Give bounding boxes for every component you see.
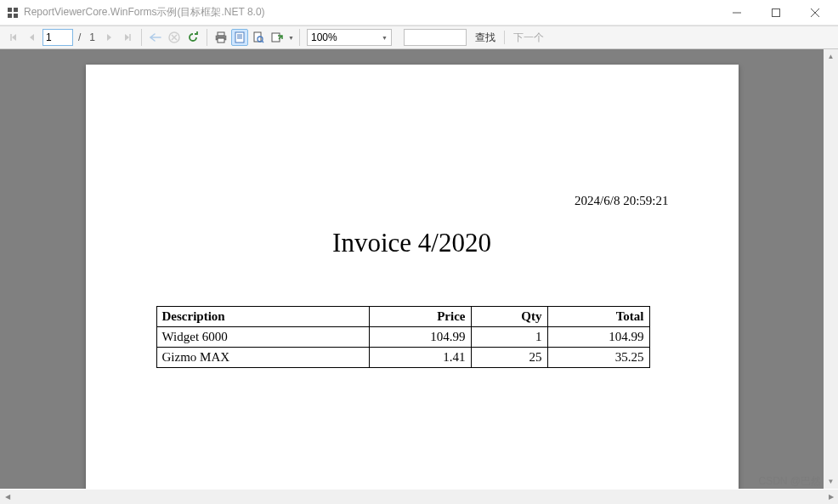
svg-rect-21 — [272, 33, 280, 42]
window-controls — [717, 0, 835, 25]
close-button[interactable] — [796, 0, 835, 25]
cell-description: Widget 6000 — [156, 327, 369, 348]
page-holder: 2024/6/8 20:59:21 Invoice 4/2020 Descrip… — [0, 49, 824, 489]
table-row: Gizmo MAX 1.41 25 35.25 — [156, 348, 649, 368]
search-input[interactable] — [404, 29, 467, 46]
cell-total: 35.25 — [547, 348, 649, 368]
header-description: Description — [156, 307, 369, 327]
page-setup-button[interactable] — [250, 29, 267, 46]
next-page-button[interactable] — [100, 29, 117, 46]
back-button[interactable] — [147, 29, 164, 46]
svg-rect-13 — [218, 38, 224, 42]
page-number-input[interactable] — [42, 29, 73, 46]
cell-price: 1.41 — [369, 348, 471, 368]
export-dropdown-icon[interactable]: ▼ — [288, 35, 294, 41]
header-price: Price — [369, 307, 471, 327]
find-button[interactable]: 查找 — [468, 28, 502, 47]
header-qty: Qty — [471, 307, 547, 327]
svg-rect-1 — [14, 8, 18, 12]
invoice-table: Description Price Qty Total Widget 6000 … — [156, 306, 650, 368]
report-timestamp: 2024/6/8 20:59:21 — [575, 194, 668, 208]
maximize-button[interactable] — [756, 0, 796, 25]
scroll-up-icon[interactable]: ▲ — [824, 49, 838, 64]
find-next-button[interactable]: 下一个 — [507, 28, 551, 47]
print-button[interactable] — [212, 29, 229, 46]
zoom-combo[interactable]: 100% ▼ — [307, 29, 392, 46]
svg-rect-14 — [235, 32, 244, 42]
scroll-down-icon[interactable]: ▼ — [824, 474, 838, 489]
minimize-button[interactable] — [717, 0, 756, 25]
separator — [207, 29, 207, 46]
window-titlebar: ReportViewerCore.WinForms示例(目标框架.NET 8.0… — [0, 0, 838, 25]
scroll-right-icon[interactable]: ▶ — [824, 490, 838, 504]
horizontal-scrollbar[interactable]: ◀ ▶ — [0, 490, 838, 504]
table-row: Widget 6000 104.99 1 104.99 — [156, 327, 649, 348]
last-page-button[interactable] — [119, 29, 136, 46]
vertical-scrollbar[interactable]: ▲ ▼ — [824, 49, 838, 489]
stop-button[interactable] — [166, 29, 183, 46]
cell-description: Gizmo MAX — [156, 348, 369, 368]
svg-rect-5 — [773, 8, 780, 16]
print-layout-button[interactable] — [231, 29, 248, 46]
svg-rect-11 — [218, 32, 224, 36]
separator — [504, 31, 505, 44]
report-page: 2024/6/8 20:59:21 Invoice 4/2020 Descrip… — [86, 65, 739, 489]
scroll-left-icon[interactable]: ◀ — [0, 490, 14, 504]
separator — [299, 29, 300, 46]
app-icon — [7, 7, 19, 19]
svg-line-20 — [262, 41, 263, 42]
report-title: Invoice 4/2020 — [86, 228, 739, 258]
chevron-down-icon: ▼ — [382, 35, 388, 41]
cell-qty: 25 — [471, 348, 547, 368]
page-total: 1 — [86, 31, 99, 43]
prev-page-button[interactable] — [24, 29, 41, 46]
zoom-value: 100% — [311, 31, 337, 43]
table-header-row: Description Price Qty Total — [156, 307, 649, 327]
scroll-track[interactable] — [824, 64, 838, 474]
cell-total: 104.99 — [547, 327, 649, 348]
report-toolbar: / 1 ▼ 100% ▼ 查找 下一个 — [0, 25, 838, 49]
export-button[interactable] — [269, 29, 286, 46]
cell-qty: 1 — [471, 327, 547, 348]
svg-rect-3 — [14, 14, 18, 18]
report-viewer: 2024/6/8 20:59:21 Invoice 4/2020 Descrip… — [0, 49, 838, 489]
window-title: ReportViewerCore.WinForms示例(目标框架.NET 8.0… — [24, 5, 717, 20]
scroll-track[interactable] — [14, 490, 824, 504]
header-total: Total — [547, 307, 649, 327]
page-separator: / — [75, 31, 84, 43]
refresh-button[interactable] — [184, 29, 201, 46]
separator — [141, 29, 142, 46]
svg-rect-0 — [8, 8, 12, 12]
first-page-button[interactable] — [5, 29, 22, 46]
cell-price: 104.99 — [369, 327, 471, 348]
svg-rect-2 — [8, 14, 12, 18]
